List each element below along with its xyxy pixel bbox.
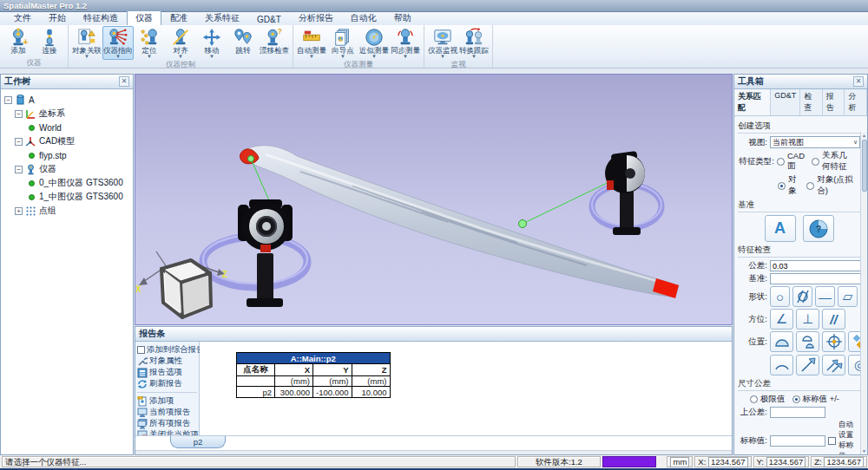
scroll-down-icon[interactable]: ▼ (861, 447, 867, 454)
menu-tab-instrument[interactable]: 仪器 (127, 10, 161, 25)
datum-input[interactable] (770, 273, 867, 284)
approx-measure-button[interactable]: 近似测量 ▼ (358, 26, 390, 60)
tree-node-point-group[interactable]: + 点组 (3, 204, 131, 218)
move-button[interactable]: 移动 ▼ (196, 26, 227, 60)
current-item-report-button[interactable]: 当前项报告 (137, 407, 197, 418)
radio-limit-values[interactable]: 极限值 (750, 394, 786, 405)
radio-cad-face[interactable]: CAD面 (777, 151, 805, 172)
radio-icon[interactable] (806, 182, 814, 190)
transform-track-button[interactable]: 转换跟踪 ▼ (458, 26, 490, 60)
parallelism-button[interactable]: // (822, 309, 845, 330)
add-instrument-button[interactable]: + 添加 (3, 26, 34, 55)
connect-instrument-button[interactable]: 连接 (34, 26, 65, 55)
close-icon[interactable]: ✕ (853, 76, 864, 87)
tree-node-instruments[interactable]: − 仪器 (3, 162, 131, 176)
add-item-button[interactable]: 添加项 (137, 395, 197, 407)
guide-point-button[interactable]: 向导点 ▼ (327, 26, 358, 60)
tab-relation-fit[interactable]: 关系匹配 (734, 89, 771, 115)
jump-button[interactable]: 跳转 (227, 26, 259, 55)
dropdown-arrow-icon[interactable]: ▼ (178, 55, 183, 59)
toolbox-scrollbar[interactable]: ▲ ▼ (860, 132, 867, 454)
collapse-icon[interactable]: − (4, 96, 12, 104)
radio-icon[interactable] (778, 182, 786, 190)
locate-button[interactable]: 定位 ▼ (134, 26, 165, 60)
tree-node-coordsys[interactable]: − 坐标系 (3, 107, 131, 121)
collapse-icon[interactable]: − (15, 166, 23, 173)
dropdown-arrow-icon[interactable]: ▼ (340, 55, 345, 59)
tree-node-instrument-0[interactable]: 0_中图仪器 GTS3600 (3, 176, 131, 190)
cylindricity-button[interactable] (792, 286, 812, 307)
menu-tab-analysis-report[interactable]: 分析报告 (290, 10, 342, 25)
tab-analysis[interactable]: 分析 (845, 89, 867, 115)
radio-nominal-plusminus[interactable]: 标称值 +/- (792, 394, 840, 405)
radio-icon[interactable] (792, 395, 800, 403)
tree-node-instrument-1[interactable]: 1_中图仪器 GTS3600 (3, 190, 131, 204)
menu-tab-help[interactable]: 帮助 (385, 10, 420, 25)
all-items-report-button[interactable]: 所有项报告 (137, 418, 197, 429)
add-to-composite-report-option[interactable]: 添加到综合报告 (137, 344, 197, 356)
datum-target-button[interactable]: ? (803, 215, 834, 242)
menu-tab-registration[interactable]: 配准 (161, 10, 196, 25)
measure-point-root[interactable] (248, 156, 254, 162)
dropdown-arrow-icon[interactable]: ▼ (115, 55, 121, 59)
collapse-icon[interactable]: − (15, 138, 23, 146)
close-icon[interactable]: ✕ (119, 76, 129, 87)
dropdown-arrow-icon[interactable]: ▼ (440, 55, 445, 59)
arc-button[interactable] (770, 355, 793, 375)
menu-tab-automation[interactable]: 自动化 (342, 10, 385, 25)
radio-object[interactable]: 对象 (778, 174, 799, 197)
tab-gdt[interactable]: GD&T (771, 89, 800, 115)
menu-tab-gdt[interactable]: GD&T (248, 13, 290, 25)
sync-measure-button[interactable]: 同步测量 ▼ (390, 26, 421, 60)
checkbox-icon[interactable] (828, 437, 836, 445)
straightness-button[interactable]: — (815, 286, 835, 307)
total-runout-button[interactable] (822, 355, 845, 375)
object-association-button[interactable]: 对象关联 ▼ (71, 26, 102, 60)
dropdown-arrow-icon[interactable]: ▼ (372, 55, 377, 59)
tab-inspect[interactable]: 检查 (800, 89, 823, 115)
measure-point-mid[interactable] (519, 220, 527, 228)
runout-button[interactable] (796, 355, 819, 375)
radio-icon[interactable] (812, 158, 819, 166)
view-select[interactable]: 当前视图 (770, 136, 860, 148)
menu-tab-relation-feature[interactable]: 关系特征 (196, 10, 248, 25)
circularity-button[interactable]: ○ (770, 286, 790, 307)
report-tab-p2[interactable]: p2 (170, 436, 226, 448)
drift-check-button[interactable]: ? 漂移检查 (259, 26, 290, 55)
report-options-button[interactable]: 报告选项 (137, 367, 197, 378)
menu-tab-feature-construct[interactable]: 特征构造 (75, 10, 127, 25)
angularity-button[interactable]: ∠ (770, 309, 793, 330)
menu-tab-home[interactable]: 开始 (40, 10, 75, 25)
position-button[interactable] (822, 331, 845, 352)
align-button[interactable]: 对齐 ▼ (165, 26, 196, 60)
radio-object-point-fit[interactable]: 对象(点拟合) (806, 174, 853, 197)
collapse-icon[interactable]: − (15, 110, 23, 118)
dropdown-arrow-icon[interactable]: ▼ (84, 55, 89, 59)
auto-set-nominal-checkbox[interactable]: 自动设置标称值 (828, 420, 853, 454)
dropdown-arrow-icon[interactable]: ▼ (147, 55, 152, 59)
expand-icon[interactable]: + (15, 207, 23, 215)
viewport-3d[interactable]: Z X (135, 74, 733, 325)
checkbox-icon[interactable] (137, 346, 145, 354)
tree-node-a[interactable]: − A (3, 93, 131, 107)
radio-icon[interactable] (750, 395, 758, 403)
instrument-pointing-button[interactable]: 仪器指向 ▼ (102, 26, 134, 60)
profile-line-button[interactable] (796, 331, 819, 352)
tree-node-world[interactable]: World (3, 121, 131, 134)
tree-node-flyp-stp[interactable]: flyp.stp (3, 148, 131, 162)
tab-report[interactable]: 报告 (823, 89, 845, 115)
nominal-input[interactable] (770, 435, 825, 447)
tolerance-input[interactable] (770, 260, 867, 271)
perpendicularity-button[interactable]: ⊥ (796, 309, 819, 330)
dropdown-arrow-icon[interactable]: ▼ (471, 55, 477, 59)
report-table[interactable]: A::Main::p2 点名称 X Y Z (mm) (mm) (mm) (236, 352, 391, 398)
menu-tab-file[interactable]: 文件 (5, 10, 40, 25)
datum-label-button[interactable]: A (765, 215, 796, 242)
dropdown-arrow-icon[interactable]: ▼ (403, 55, 408, 59)
upper-tolerance-input[interactable] (770, 407, 825, 418)
flatness-button[interactable]: ▱ (838, 286, 858, 307)
radio-relation-geometry[interactable]: 关系几何特征 (812, 150, 853, 173)
scrollbar-thumb[interactable] (862, 140, 867, 192)
tree-node-cad-model[interactable]: − CAD模型 (3, 134, 131, 148)
object-properties-button[interactable]: 对象属性 (137, 356, 197, 367)
